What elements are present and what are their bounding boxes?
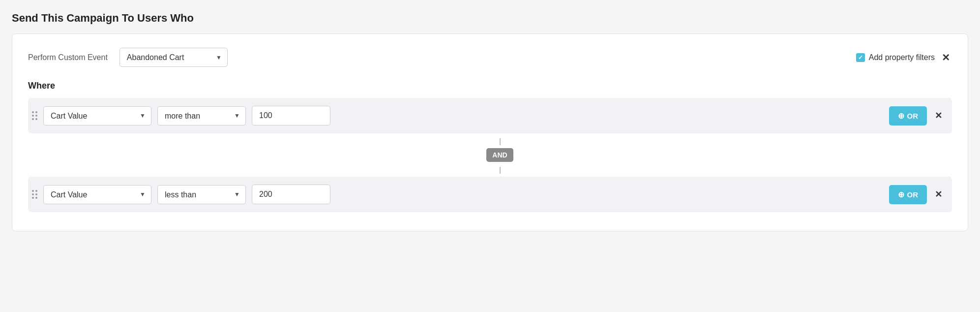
drag-dot xyxy=(35,193,37,195)
filter-row-close-button-1[interactable]: ✕ xyxy=(933,189,944,200)
or-button-label-1: OR xyxy=(907,190,919,199)
filter-value-input-0[interactable] xyxy=(252,106,330,125)
filter-property-select-0[interactable]: Cart Value Order Total Item Count xyxy=(43,106,151,125)
filter-condition-wrapper-0[interactable]: more than less than equals not equals ▼ xyxy=(157,106,246,125)
or-button-label-0: OR xyxy=(907,112,919,120)
add-property-filters-checkbox[interactable] xyxy=(856,53,865,62)
filter-condition-wrapper-1[interactable]: more than less than equals not equals ▼ xyxy=(157,185,246,204)
where-label: Where xyxy=(28,81,952,91)
connector-line-bottom xyxy=(500,167,501,174)
event-right: Add property filters ✕ xyxy=(856,52,952,63)
event-row: Perform Custom Event Abandoned Cart Purc… xyxy=(28,48,952,67)
filter-property-wrapper-0[interactable]: Cart Value Order Total Item Count ▼ xyxy=(43,106,151,125)
perform-custom-event-label: Perform Custom Event xyxy=(28,53,108,62)
drag-dot xyxy=(32,118,34,120)
connector-line-top xyxy=(500,138,501,145)
or-plus-icon-0: ⊕ xyxy=(898,111,904,121)
drag-dot xyxy=(32,193,34,195)
drag-dot xyxy=(32,197,34,199)
add-property-filters-checkbox-wrapper[interactable]: Add property filters xyxy=(856,53,935,62)
filter-row-0: Cart Value Order Total Item Count ▼ more… xyxy=(28,98,952,133)
drag-handle-1[interactable] xyxy=(32,190,37,199)
filter-condition-select-0[interactable]: more than less than equals not equals xyxy=(157,106,246,125)
or-button-0[interactable]: ⊕ OR xyxy=(889,106,927,125)
filter-property-select-1[interactable]: Cart Value Order Total Item Count xyxy=(43,185,151,204)
filter-property-wrapper-1[interactable]: Cart Value Order Total Item Count ▼ xyxy=(43,185,151,204)
add-property-filters-label: Add property filters xyxy=(869,53,935,62)
and-badge: AND xyxy=(486,148,513,162)
or-plus-icon-1: ⊕ xyxy=(898,190,904,199)
or-button-1[interactable]: ⊕ OR xyxy=(889,185,927,204)
event-select[interactable]: Abandoned Cart Purchase Sign Up Page Vie… xyxy=(119,48,228,67)
drag-dot xyxy=(32,111,34,113)
and-connector: AND xyxy=(48,138,952,174)
event-row-close-button[interactable]: ✕ xyxy=(940,52,952,63)
filter-value-input-1[interactable] xyxy=(252,185,330,204)
drag-dot xyxy=(35,115,37,117)
filter-row-1: Cart Value Order Total Item Count ▼ more… xyxy=(28,177,952,212)
event-select-wrapper[interactable]: Abandoned Cart Purchase Sign Up Page Vie… xyxy=(119,48,228,67)
drag-dot xyxy=(35,190,37,192)
page-title: Send This Campaign To Users Who xyxy=(12,12,968,25)
drag-dot xyxy=(32,115,34,117)
drag-dot xyxy=(35,111,37,113)
event-left: Perform Custom Event Abandoned Cart Purc… xyxy=(28,48,228,67)
filter-condition-select-1[interactable]: more than less than equals not equals xyxy=(157,185,246,204)
page-container: Send This Campaign To Users Who Perform … xyxy=(12,12,968,231)
drag-dot xyxy=(35,197,37,199)
drag-handle-0[interactable] xyxy=(32,111,37,120)
drag-dot xyxy=(32,190,34,192)
filter-row-close-button-0[interactable]: ✕ xyxy=(933,110,944,121)
campaign-card: Perform Custom Event Abandoned Cart Purc… xyxy=(12,33,968,231)
drag-dot xyxy=(35,118,37,120)
